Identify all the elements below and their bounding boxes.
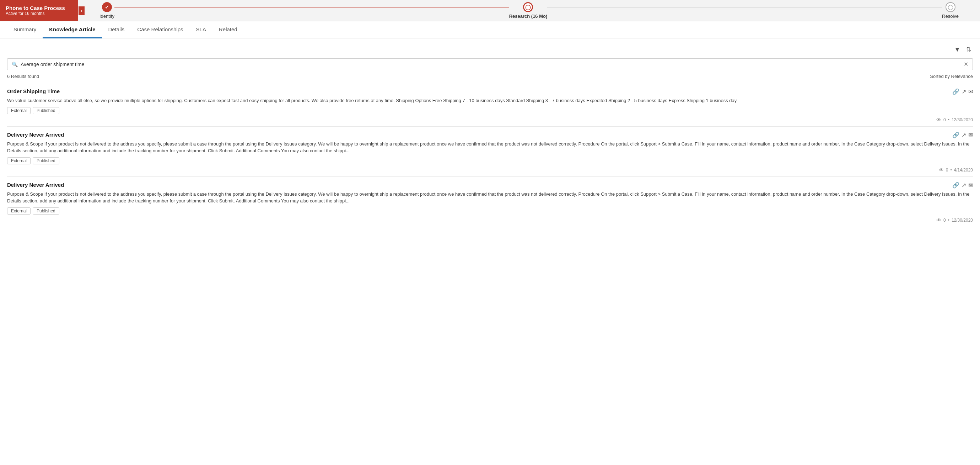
article-header: Order Shipping Time 🔗 ↗ ✉ [7, 88, 973, 95]
tab-related[interactable]: Related [213, 21, 244, 38]
tab-knowledge-article[interactable]: Knowledge Article [43, 21, 102, 38]
email-article-button[interactable]: ✉ [968, 88, 973, 95]
article-body: Purpose & Scope If your product is not d… [7, 141, 973, 154]
link-article-button[interactable]: 🔗 [952, 182, 959, 189]
step-resolve-circle: ◯ [945, 2, 956, 12]
step-research-circle: ◯ [523, 2, 533, 12]
step-resolve[interactable]: ◯ Resolve [942, 2, 959, 19]
article-card: Delivery Never Arrived 🔗 ↗ ✉ Purpose & S… [7, 177, 973, 227]
article-meta: 👁 0 • 12/30/2020 [7, 217, 973, 223]
link-article-button[interactable]: 🔗 [952, 132, 959, 138]
tab-case-relationships[interactable]: Case Relationships [131, 21, 189, 38]
article-actions: 🔗 ↗ ✉ [952, 88, 973, 95]
article-header: Delivery Never Arrived 🔗 ↗ ✉ [7, 132, 973, 138]
process-title-block: Phone to Case Process Active for 16 mont… [0, 0, 78, 21]
link-article-button[interactable]: 🔗 [952, 88, 959, 95]
article-actions: 🔗 ↗ ✉ [952, 182, 973, 189]
process-steps: ✓ Identify ◯ Research (16 Mo) ◯ Resolve [78, 2, 980, 19]
results-summary: 6 Results found Sorted by Relevance [7, 74, 973, 79]
step-identify-circle: ✓ [102, 2, 112, 12]
step-resolve-label: Resolve [942, 13, 959, 19]
views-count: 0 [946, 168, 948, 173]
article-card: Delivery Never Arrived 🔗 ↗ ✉ Purpose & S… [7, 127, 973, 177]
article-date: 4/14/2020 [954, 168, 973, 173]
clear-search-button[interactable]: ✕ [964, 61, 968, 67]
process-bar: Phone to Case Process Active for 16 mont… [0, 0, 980, 21]
article-title: Order Shipping Time [7, 88, 60, 94]
tab-summary[interactable]: Summary [7, 21, 43, 38]
articles-list: Order Shipping Time 🔗 ↗ ✉ We value custo… [7, 83, 973, 227]
article-tag: Published [33, 208, 59, 214]
article-tag: External [7, 107, 30, 114]
open-article-button[interactable]: ↗ [961, 132, 966, 138]
step-identify-label: Identify [100, 13, 115, 19]
article-meta: 👁 0 • 4/14/2020 [7, 167, 973, 173]
article-date: 12/30/2020 [951, 117, 973, 122]
email-article-button[interactable]: ✉ [968, 132, 973, 138]
article-header: Delivery Never Arrived 🔗 ↗ ✉ [7, 182, 973, 189]
results-count: 6 Results found [7, 74, 39, 79]
article-body: We value customer service above all else… [7, 97, 973, 104]
email-article-button[interactable]: ✉ [968, 182, 973, 189]
search-input[interactable] [21, 62, 964, 67]
tab-sla[interactable]: SLA [190, 21, 213, 38]
article-body: Purpose & Scope If your product is not d… [7, 191, 973, 205]
toolbar-row: ▼ ⇅ [7, 44, 973, 55]
step-research[interactable]: ◯ Research (16 Mo) [509, 2, 547, 19]
article-title: Delivery Never Arrived [7, 182, 64, 188]
connector-2 [547, 7, 942, 8]
article-tags: ExternalPublished [7, 107, 973, 114]
search-bar: 🔍 ✕ [7, 58, 973, 70]
article-tag: External [7, 157, 30, 165]
tab-details[interactable]: Details [102, 21, 131, 38]
views-icon: 👁 [939, 167, 944, 173]
open-article-button[interactable]: ↗ [961, 182, 966, 189]
connector-1 [115, 7, 509, 8]
collapse-process-button[interactable]: ‹ [78, 6, 84, 15]
article-date: 12/30/2020 [951, 218, 973, 223]
views-count: 0 [943, 117, 946, 122]
article-tags: ExternalPublished [7, 157, 973, 165]
results-sort: Sorted by Relevance [930, 74, 973, 79]
views-icon: 👁 [936, 117, 941, 123]
process-subtitle: Active for 16 months [6, 11, 73, 16]
search-icon: 🔍 [12, 62, 18, 67]
sort-button[interactable]: ⇅ [965, 44, 973, 55]
filter-button[interactable]: ▼ [953, 45, 962, 55]
article-tags: ExternalPublished [7, 208, 973, 214]
nav-tabs: Summary Knowledge Article Details Case R… [0, 21, 980, 38]
article-actions: 🔗 ↗ ✉ [952, 132, 973, 138]
article-card: Order Shipping Time 🔗 ↗ ✉ We value custo… [7, 83, 973, 127]
step-identify[interactable]: ✓ Identify [100, 2, 115, 19]
article-title: Delivery Never Arrived [7, 132, 64, 138]
article-tag: External [7, 208, 30, 214]
views-icon: 👁 [936, 217, 941, 223]
views-count: 0 [943, 218, 946, 223]
article-tag: Published [33, 157, 59, 165]
article-tag: Published [33, 107, 59, 114]
open-article-button[interactable]: ↗ [961, 88, 966, 95]
main-content: ▼ ⇅ 🔍 ✕ 6 Results found Sorted by Releva… [0, 38, 980, 232]
article-meta: 👁 0 • 12/30/2020 [7, 117, 973, 123]
process-title: Phone to Case Process [6, 5, 73, 11]
step-research-label: Research (16 Mo) [509, 13, 547, 19]
